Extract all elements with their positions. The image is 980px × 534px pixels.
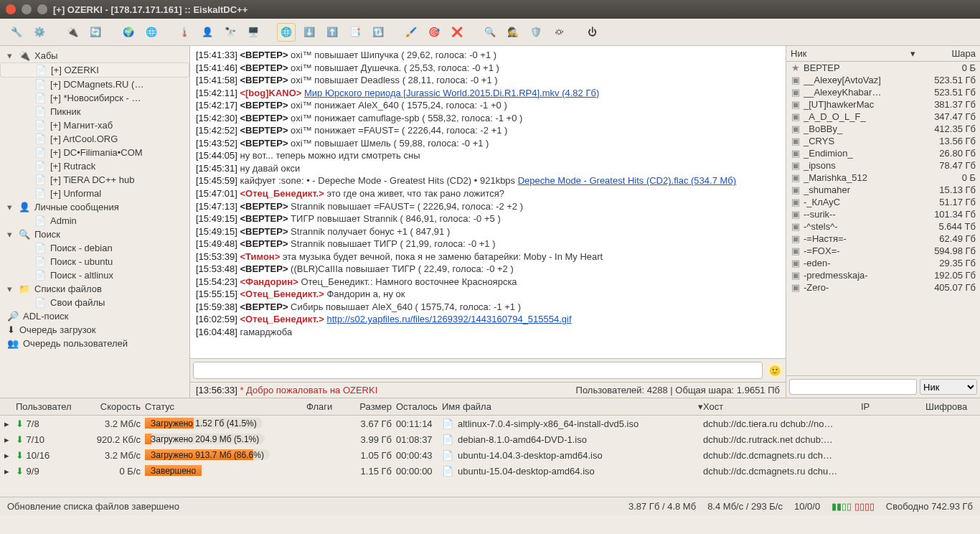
binoculars-icon[interactable]: 🔭	[221, 23, 240, 42]
sidebar-item[interactable]: 📄 Admin	[0, 214, 189, 228]
globe-icon[interactable]: 🌐	[142, 23, 161, 42]
user-filter-input[interactable]	[789, 379, 917, 395]
col-remain[interactable]: Осталось	[392, 401, 442, 412]
connect-icon[interactable]: 🔌	[63, 23, 82, 42]
sidebar-item[interactable]: 📄 Пикник	[0, 105, 189, 118]
user-row[interactable]: ▣_ipsons78.47 Гб	[786, 159, 980, 172]
globe-search-icon[interactable]: 🌐	[277, 23, 296, 42]
user-row[interactable]: ▣_A_D_O_L_F_347.47 Гб	[786, 111, 980, 123]
sidebar-group[interactable]: ▾ 👤 Личные сообщения	[0, 200, 189, 214]
thermometer-icon[interactable]: 🌡️	[175, 23, 194, 42]
user-row[interactable]: ▣--surik--101.34 Гб	[786, 208, 980, 220]
sidebar-item[interactable]: 📄 [+] Rutrack	[0, 159, 189, 173]
col-host[interactable]: Хост	[703, 401, 861, 412]
sidebar-item[interactable]: 📄 [+] *Новосибирск - …	[0, 91, 189, 105]
user-row[interactable]: ▣_[UT]hawkerMac381.37 Гб	[786, 98, 980, 111]
chat-line: [15:55:15] <Отец_Бенедикт.> Фандорин а, …	[196, 288, 780, 301]
sidebar-item[interactable]: 📄 Поиск - ubuntu	[0, 255, 189, 268]
upload-red-icon[interactable]: ⬆️	[323, 23, 341, 42]
sidebar-item[interactable]: 📄 [+] ArtCool.ORG	[0, 132, 189, 146]
col-file[interactable]: Имя файла▾	[442, 401, 703, 412]
sidebar-item[interactable]: 📄 [+] DC•Filimania•COM	[0, 146, 189, 159]
user-row[interactable]: ★ВЕРТЕР0 Б	[786, 62, 980, 74]
transfer-row[interactable]: ▸⬇ 7/83.2 Мб/сЗагружено 1.52 Гб (41.5%)3…	[0, 416, 980, 431]
power-icon[interactable]: ⏻	[583, 23, 601, 42]
chat-input[interactable]	[193, 362, 763, 379]
user-row[interactable]: ▣_shumaher15.13 Гб	[786, 184, 980, 196]
user-row[interactable]: ▣__Alexey[AvtoVaz]523.51 Гб	[786, 74, 980, 86]
sidebar-item[interactable]: 📄 [+] OZERKI	[0, 62, 189, 78]
userlist-col-share[interactable]: Шара	[918, 48, 976, 59]
transfer-row[interactable]: ▸⬇ 9/90 Б/сЗавершено1.15 Гб00:00:00📄ubun…	[0, 463, 980, 479]
sidebar-item[interactable]: 📄 [+] Unformal	[0, 187, 189, 200]
user-row[interactable]: ▣__AlexeyKhabar…523.51 Гб	[786, 86, 980, 98]
user-icon: ▣	[791, 99, 801, 110]
col-enc[interactable]: Шифрова	[925, 401, 976, 412]
sidebar-group[interactable]: ▾ 🔍 Поиск	[0, 228, 189, 241]
transfer-row[interactable]: ▸⬇ 10/163.2 Мб/сЗагружено 913.7 Мб (86.6…	[0, 447, 980, 463]
col-flags[interactable]: Флаги	[306, 401, 346, 412]
download-green-icon[interactable]: ⬇️	[300, 23, 319, 42]
chat-line: [15:47:13] <ВЕРТЕР> Strannik повышает =F…	[196, 200, 780, 213]
footer-stat-3: Свободно 742.93 Гб	[886, 501, 973, 512]
user-row[interactable]: ▣-^stels^-5.644 Тб	[786, 220, 980, 233]
user-row[interactable]: ▣-Zero-405.07 Гб	[786, 281, 980, 294]
reconnect-icon[interactable]: 🔄	[86, 23, 105, 42]
chat-line: [15:49:15] <ВЕРТЕР> Strannik получает бо…	[196, 225, 780, 238]
remove-icon[interactable]: ❌	[448, 23, 466, 42]
filter-icon[interactable]: ⛮	[550, 23, 568, 42]
col-size[interactable]: Размер	[346, 401, 392, 412]
files-icon[interactable]: 📑	[346, 23, 364, 42]
col-status[interactable]: Статус	[145, 401, 306, 412]
sidebar-group[interactable]: 🔎 ADL-поиск	[0, 309, 189, 323]
spy-icon[interactable]: 🕵️	[504, 23, 522, 42]
user-row[interactable]: ▣_Marishka_5120 Б	[786, 172, 980, 184]
sidebar-group[interactable]: ▾ 🔌 Хабы	[0, 49, 189, 62]
userlist-col-nick[interactable]: Ник	[791, 48, 908, 59]
sidebar-item[interactable]: 📄 [+] TiERA DC++ hub	[0, 173, 189, 187]
download-arrow-icon: ⬇	[16, 466, 24, 477]
sidebar-group[interactable]: 👥 Очередь пользователей	[0, 337, 189, 350]
user-filter-select[interactable]: Ник	[920, 379, 977, 395]
window-minimize-button[interactable]	[22, 4, 32, 14]
settings-icon[interactable]: ⚙️	[30, 23, 49, 42]
user-row[interactable]: ▣_Endimion_26.80 Гб	[786, 147, 980, 159]
col-user[interactable]: Пользовател	[16, 401, 80, 412]
sidebar-item[interactable]: 📄 [+] Магнит-хаб	[0, 118, 189, 132]
user-row[interactable]: ▣-=FOX=-594.98 Гб	[786, 245, 980, 257]
brush-icon[interactable]: 🖌️	[402, 23, 420, 42]
chat-line: [15:41:58] <ВЕРТЕР> oxi™ повышает Deadle…	[196, 74, 780, 87]
server-icon[interactable]: 🖥️	[244, 23, 263, 42]
emoji-icon[interactable]: 🙂	[767, 362, 783, 378]
chat-link[interactable]: Мир Юрского периода [Jurassic World.2015…	[304, 88, 599, 98]
sidebar-group[interactable]: ▾ 📁 Списки файлов	[0, 282, 189, 296]
window-close-button[interactable]	[6, 4, 16, 14]
user-icon: ▣	[791, 221, 801, 232]
col-speed[interactable]: Скорость	[80, 401, 145, 412]
sidebar-item[interactable]: 📄 Свои файлы	[0, 296, 189, 309]
window-maximize-button[interactable]	[37, 4, 47, 14]
user-row[interactable]: ▣_BoBBy_412.35 Гб	[786, 123, 980, 135]
chat-link[interactable]: Depeche Mode - Greatest Hits (CD2).flac …	[518, 175, 736, 186]
col-ip[interactable]: IP	[861, 401, 925, 412]
chat-link[interactable]: http://s02.yapfiles.ru/files/1269392/144…	[326, 314, 571, 324]
globe-green-icon[interactable]: 🌍	[119, 23, 138, 42]
refresh-files-icon[interactable]: 🔃	[369, 23, 387, 42]
user-row[interactable]: ▣-_КлАуС51.17 Гб	[786, 196, 980, 208]
sidebar-item[interactable]: 📄 Поиск - debian	[0, 241, 189, 255]
transfer-row[interactable]: ▸⬇ 7/10920.2 Кб/сЗагружено 204.9 Мб (5.1…	[0, 431, 980, 447]
search-icon[interactable]: 🔍	[481, 23, 499, 42]
sidebar-item[interactable]: 📄 [+] DCMagnets.RU (…	[0, 78, 189, 91]
user-row[interactable]: ▣-predmesskaja-192.05 Гб	[786, 269, 980, 281]
user-row[interactable]: ▣-eden-29.35 Гб	[786, 257, 980, 269]
wrench-icon[interactable]: 🔧	[7, 23, 26, 42]
shield-icon[interactable]: 🛡️	[527, 23, 545, 42]
user-icon: ▣	[791, 282, 801, 293]
sidebar-group[interactable]: ⬇ Очередь загрузок	[0, 323, 189, 337]
user-row[interactable]: ▣_CRYS13.56 Гб	[786, 135, 980, 147]
user-icon[interactable]: 👤	[198, 23, 217, 42]
chat-line: [15:43:52] <ВЕРТЕР> oxi™ повышает Шмель …	[196, 137, 780, 150]
sidebar-item[interactable]: 📄 Поиск - altlinux	[0, 268, 189, 282]
adl-icon[interactable]: 🎯	[425, 23, 443, 42]
user-row[interactable]: ▣-=Настя=-62.49 Гб	[786, 233, 980, 245]
